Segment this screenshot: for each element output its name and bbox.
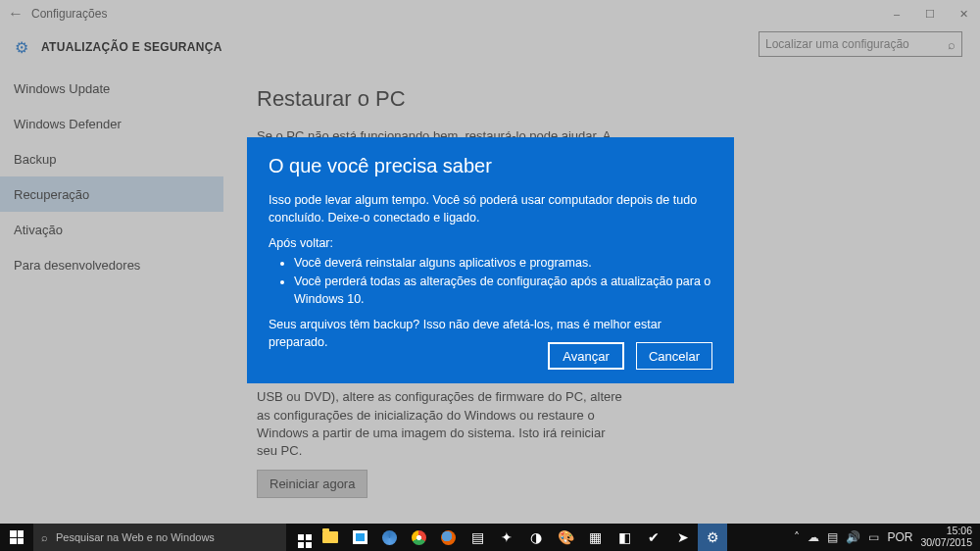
advanced-startup-description: USB ou DVD), altere as configurações de … (257, 388, 629, 460)
calculator-icon[interactable]: ▦ (580, 524, 610, 551)
network-icon[interactable]: ▤ (827, 530, 838, 544)
window-title: Configurações (31, 7, 972, 21)
window-titlebar: ← Configurações – ☐ ✕ (0, 0, 980, 27)
system-tray: ˄ ☁ ▤ 🔊 ▭ POR 15:06 30/07/2015 (794, 526, 980, 548)
back-button[interactable]: ← (8, 5, 31, 23)
app-icon[interactable]: ✦ (492, 524, 521, 551)
clock-date: 30/07/2015 (920, 537, 972, 549)
sidebar-item-activation[interactable]: Ativação (0, 212, 223, 247)
app-icon[interactable]: ✔ (639, 524, 668, 551)
tray-chevron-icon[interactable]: ˄ (794, 530, 800, 544)
taskbar: ⌕ Pesquisar na Web e no Windows ▤ ✦ ◑ 🎨 … (0, 524, 980, 551)
firefox-icon[interactable] (433, 524, 463, 551)
edge-icon[interactable] (374, 524, 404, 551)
task-view-button[interactable] (286, 524, 316, 551)
search-icon: ⌕ (41, 531, 48, 543)
chrome-icon[interactable] (404, 524, 433, 551)
search-icon: ⌕ (948, 37, 956, 52)
app-icon[interactable]: ◧ (610, 524, 639, 551)
windows-logo-icon (10, 530, 24, 544)
onedrive-icon[interactable]: ☁ (808, 530, 819, 544)
sidebar-item-developers[interactable]: Para desenvolvedores (0, 247, 223, 282)
language-indicator[interactable]: POR (887, 530, 912, 544)
dialog-bullet-1: Você deverá reinstalar alguns aplicativo… (294, 254, 712, 272)
paint-icon[interactable]: 🎨 (551, 524, 580, 551)
cancel-button[interactable]: Cancelar (636, 342, 712, 370)
settings-taskbar-icon[interactable]: ⚙ (698, 524, 727, 551)
sidebar-item-windows-update[interactable]: Windows Update (0, 71, 223, 106)
dialog-title: O que você precisa saber (269, 155, 712, 177)
taskbar-search[interactable]: ⌕ Pesquisar na Web e no Windows (33, 524, 286, 551)
next-button[interactable]: Avançar (548, 342, 624, 370)
app-icon[interactable]: ▤ (463, 524, 492, 551)
sidebar-item-recovery[interactable]: Recuperação (0, 176, 223, 212)
reset-info-dialog: O que você precisa saber Isso pode levar… (247, 137, 734, 383)
app-icon[interactable]: ◑ (521, 524, 551, 551)
maximize-button[interactable]: ☐ (913, 0, 947, 27)
store-icon[interactable] (345, 524, 374, 551)
dialog-bullet-2: Você perderá todas as alterações de conf… (294, 273, 712, 308)
search-input[interactable]: Localizar uma configuração ⌕ (759, 31, 962, 57)
gear-icon: ⚙ (12, 37, 31, 57)
file-explorer-icon[interactable] (316, 524, 345, 551)
sidebar: Windows Update Windows Defender Backup R… (0, 67, 223, 524)
minimize-button[interactable]: – (880, 0, 913, 27)
taskbar-search-placeholder: Pesquisar na Web e no Windows (56, 531, 215, 543)
settings-header: ⚙ ATUALIZAÇÃO E SEGURANÇA Localizar uma … (0, 27, 980, 67)
restart-now-button[interactable]: Reiniciar agora (257, 470, 368, 498)
taskbar-apps: ▤ ✦ ◑ 🎨 ▦ ◧ ✔ ➤ ⚙ (286, 524, 727, 551)
close-button[interactable]: ✕ (947, 0, 980, 27)
notifications-icon[interactable]: ▭ (868, 530, 879, 544)
section-title: ATUALIZAÇÃO E SEGURANÇA (41, 40, 222, 54)
dialog-after-label: Após voltar: (269, 234, 712, 252)
sidebar-item-backup[interactable]: Backup (0, 141, 223, 176)
dialog-text-1: Isso pode levar algum tempo. Você só pod… (269, 191, 712, 226)
app-icon[interactable]: ➤ (668, 524, 698, 551)
search-placeholder: Localizar uma configuração (765, 37, 948, 51)
page-heading: Restaurar o PC (257, 86, 947, 112)
volume-icon[interactable]: 🔊 (846, 530, 860, 544)
sidebar-item-windows-defender[interactable]: Windows Defender (0, 106, 223, 141)
start-button[interactable] (0, 524, 33, 551)
taskbar-clock[interactable]: 15:06 30/07/2015 (920, 526, 972, 548)
